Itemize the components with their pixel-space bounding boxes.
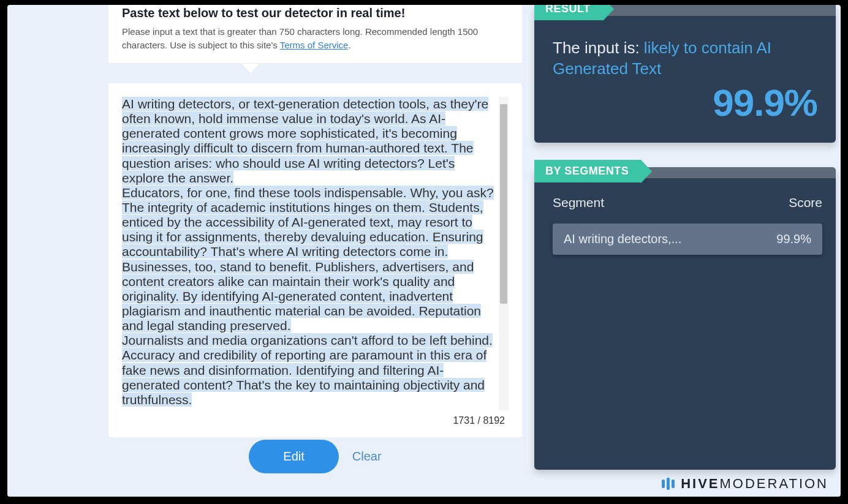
hive-bars-icon [662, 478, 675, 490]
segments-header: Segment Score [553, 195, 822, 210]
segments-panel: BY SEGMENTS Segment Score AI writing det… [534, 167, 836, 470]
app-viewport: Paste text below to test our detector in… [7, 5, 841, 497]
brand-text: HIVEMODERATION [681, 476, 828, 492]
text-input-card: AI writing detectors, or text-generation… [108, 83, 522, 437]
result-panel: RESULT The input is: likely to contain A… [534, 5, 836, 143]
speech-bubble-tip-icon [242, 64, 259, 73]
text-paragraph-4: Journalists and media organizations can'… [122, 333, 493, 407]
scrollbar-track[interactable] [499, 97, 509, 410]
segment-row-score: 99.9% [776, 232, 811, 246]
result-prefix: The input is: [553, 39, 644, 57]
result-tab-strip: RESULT [534, 5, 836, 16]
segments-tab-label: BY SEGMENTS [534, 160, 641, 182]
text-paragraph-2: Educators, for one, find these tools ind… [122, 186, 494, 259]
text-paragraph-1: AI writing detectors, or text-generation… [122, 97, 488, 185]
segments-header-segment: Segment [553, 195, 604, 210]
segments-body: Segment Score AI writing detectors,... 9… [534, 178, 836, 261]
result-percentage: 99.9% [553, 81, 817, 124]
scrollbar-thumb[interactable] [500, 104, 507, 304]
instructions-title: Paste text below to test our detector in… [122, 6, 509, 20]
character-count: 1731 / 8192 [122, 415, 509, 426]
brand-thin: MODERATION [720, 476, 828, 491]
result-tab-label: RESULT [534, 5, 603, 20]
segments-tab-strip: BY SEGMENTS [534, 167, 836, 178]
segment-row-label: AI writing detectors,... [564, 232, 681, 246]
text-area[interactable]: AI writing detectors, or text-generation… [122, 97, 509, 410]
text-paragraph-3: Businesses, too, stand to benefit. Publi… [122, 260, 481, 333]
instructions-body-end: . [348, 40, 350, 50]
action-buttons: Edit Clear [108, 440, 522, 473]
edit-button[interactable]: Edit [249, 440, 338, 473]
instructions-body: Please input a text that is greater than… [122, 25, 509, 52]
brand-bold: HIVE [681, 476, 719, 491]
result-body: The input is: likely to contain AI Gener… [534, 16, 836, 130]
segment-row[interactable]: AI writing detectors,... 99.9% [553, 224, 822, 255]
clear-button[interactable]: Clear [352, 449, 382, 464]
brand-logo: HIVEMODERATION [662, 476, 828, 492]
right-column: RESULT The input is: likely to contain A… [534, 5, 836, 470]
result-line: The input is: likely to contain AI Gener… [553, 38, 817, 80]
text-content: AI writing detectors, or text-generation… [122, 97, 496, 407]
instructions-card: Paste text below to test our detector in… [108, 5, 522, 63]
left-column: Paste text below to test our detector in… [108, 5, 522, 63]
terms-of-service-link[interactable]: Terms of Service [280, 40, 349, 50]
segments-header-score: Score [789, 195, 822, 210]
